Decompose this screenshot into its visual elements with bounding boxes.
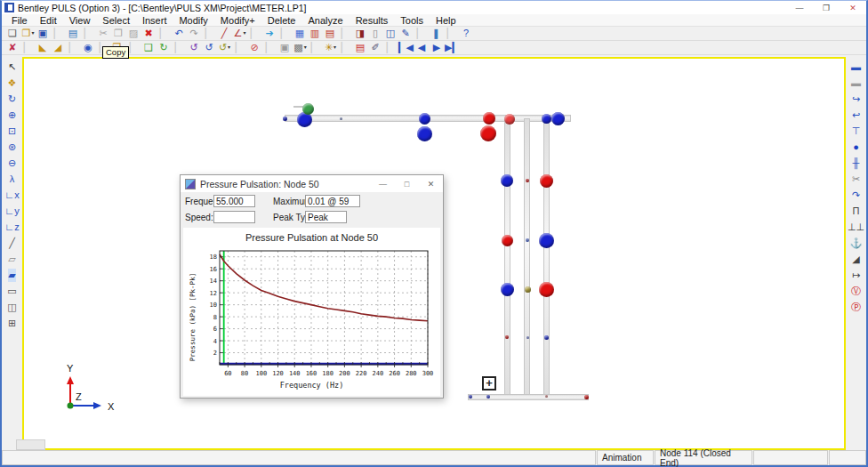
menu-file[interactable]: File: [5, 15, 34, 26]
cross-tool[interactable]: ╫: [848, 155, 864, 171]
refresh-button[interactable]: ↻: [157, 41, 172, 54]
separator[interactable]: ▏: [277, 27, 293, 40]
bend-mode-button[interactable]: ↺: [187, 41, 202, 54]
model-node[interactable]: [540, 174, 553, 188]
drawing-canvas[interactable]: + Y X Z Pressure Pulsation: Node 50 — □: [22, 57, 846, 450]
separator[interactable]: ▏: [262, 41, 277, 54]
cut-pipe-tool[interactable]: ✂: [848, 171, 864, 187]
results-browser-button[interactable]: ◨: [353, 27, 368, 40]
pipe-tool[interactable]: ▬: [848, 59, 864, 75]
peak-type-field[interactable]: [305, 211, 347, 223]
model-node[interactable]: [469, 395, 472, 399]
minimize-button[interactable]: —: [786, 4, 813, 12]
separator[interactable]: ▏: [66, 41, 81, 54]
nav-last-button[interactable]: ▶▎: [445, 41, 461, 54]
hanger-tool[interactable]: ⚓: [848, 235, 864, 251]
separator[interactable]: ▏: [338, 41, 353, 54]
pan-tool[interactable]: ❖: [4, 75, 20, 91]
render-settings-button[interactable]: ✳▾: [323, 41, 338, 54]
close-button[interactable]: ✕: [840, 4, 866, 12]
print-button[interactable]: ▤: [66, 27, 81, 40]
model-node[interactable]: [551, 112, 565, 125]
menu-help[interactable]: Help: [430, 15, 462, 26]
elbow-tool[interactable]: ↪: [848, 91, 864, 107]
boundary-tool[interactable]: ◢: [848, 251, 864, 267]
tee-tool[interactable]: ⊤: [848, 123, 864, 139]
select-tool[interactable]: ↖: [4, 59, 20, 75]
pipe-segment[interactable]: [504, 118, 510, 400]
model-node[interactable]: [525, 286, 531, 293]
open-button[interactable]: ❐▾: [20, 27, 36, 40]
model-node[interactable]: [544, 335, 549, 340]
notes-button[interactable]: ❚: [429, 27, 444, 40]
separator[interactable]: ▏: [232, 41, 247, 54]
copy-button[interactable]: ❐: [111, 27, 126, 40]
model-node[interactable]: [584, 395, 589, 399]
separator[interactable]: ▏: [338, 27, 353, 40]
nav-next-button[interactable]: ▶: [430, 41, 445, 54]
model-node[interactable]: [502, 235, 513, 246]
new-button[interactable]: ❏: [5, 27, 20, 40]
model-node[interactable]: [417, 126, 432, 141]
save-button[interactable]: ▣: [36, 27, 51, 40]
separator[interactable]: ▏: [81, 27, 96, 40]
axes-tool[interactable]: λ: [4, 171, 20, 187]
valve-v-tool[interactable]: Ⓥ: [848, 283, 864, 299]
preview-button[interactable]: ◉: [81, 41, 96, 54]
delete-results-button[interactable]: ✘: [5, 41, 20, 54]
separator[interactable]: ▏: [20, 41, 36, 54]
model-node[interactable]: [526, 336, 529, 339]
rotate-view-tool[interactable]: ↻: [4, 91, 20, 107]
draw-tool[interactable]: ╱: [4, 235, 20, 251]
menu-analyze[interactable]: Analyze: [301, 15, 349, 26]
undo-button[interactable]: ↶: [172, 27, 187, 40]
menu-modify[interactable]: Modify: [173, 15, 213, 26]
model-node[interactable]: [539, 282, 554, 297]
model-node[interactable]: [526, 238, 529, 242]
model-node[interactable]: [283, 117, 287, 121]
model-node[interactable]: [483, 112, 495, 125]
color-scale-button[interactable]: ▤: [353, 41, 368, 54]
model-node[interactable]: [504, 114, 515, 125]
view-z-tool[interactable]: ∟z: [4, 219, 20, 235]
menu-delete[interactable]: Delete: [261, 15, 302, 26]
valve-p-tool[interactable]: Ⓟ: [848, 299, 864, 315]
separator[interactable]: ▏: [383, 41, 398, 54]
miter-mode-button[interactable]: ↺▾: [217, 41, 232, 54]
menu-results[interactable]: Results: [350, 15, 395, 26]
view-x-tool[interactable]: ∟x: [4, 187, 20, 203]
model-node[interactable]: [501, 174, 513, 187]
menu-modify-plus[interactable]: Modify+: [214, 15, 261, 26]
menu-select[interactable]: Select: [96, 15, 136, 26]
cut-button[interactable]: ✂: [96, 27, 111, 40]
model-node[interactable]: [480, 125, 496, 141]
move-node-button[interactable]: ➔: [262, 27, 277, 40]
orifice-symbol-icon[interactable]: +: [482, 376, 496, 391]
sphere-tool[interactable]: ●: [848, 139, 864, 155]
archive-button[interactable]: ▯: [368, 27, 383, 40]
import-model-button[interactable]: ◣: [36, 41, 51, 54]
zoom-dynamic-tool[interactable]: ⊛: [4, 139, 20, 155]
maximum-field[interactable]: [305, 195, 360, 207]
separator[interactable]: ▏: [247, 27, 262, 40]
reducer-tool[interactable]: ▬: [848, 75, 864, 91]
rotate-element-tool[interactable]: ↷: [848, 187, 864, 203]
pipe-segment[interactable]: [524, 118, 530, 400]
zoom-out-tool[interactable]: ⊖: [4, 155, 20, 171]
draw-line-button[interactable]: ╱: [217, 27, 232, 40]
model-node[interactable]: [539, 233, 554, 248]
separator[interactable]: ▏: [51, 27, 66, 40]
zoom-in-tool[interactable]: ⊕: [4, 107, 20, 123]
database-button[interactable]: ◫: [383, 27, 398, 40]
model-node[interactable]: [505, 335, 509, 339]
element-list-button[interactable]: ▦: [293, 27, 308, 40]
separator[interactable]: ▏: [202, 27, 217, 40]
dialog-close-button[interactable]: ✕: [419, 180, 443, 189]
frequency-field[interactable]: [213, 195, 255, 207]
zoom-window-tool[interactable]: ⊡: [4, 123, 20, 139]
edit-data-button[interactable]: ✎: [398, 27, 414, 40]
model-node[interactable]: [302, 103, 314, 115]
snapshot-button[interactable]: ▣: [277, 41, 293, 54]
model-node[interactable]: [340, 117, 342, 120]
delete-button[interactable]: ✖: [141, 27, 157, 40]
